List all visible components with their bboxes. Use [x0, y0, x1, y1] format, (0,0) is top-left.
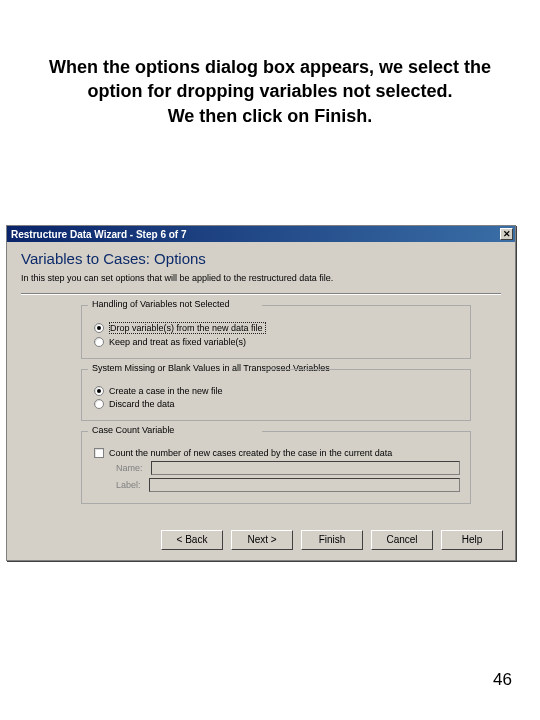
close-icon[interactable]: ✕	[500, 228, 513, 240]
radio-icon	[94, 337, 104, 347]
dialog-subtitle: In this step you can set options that wi…	[21, 273, 501, 283]
button-bar: < Back Next > Finish Cancel Help	[7, 524, 515, 560]
radio-icon	[94, 323, 104, 333]
group-label: System Missing or Blank Values in all Tr…	[89, 363, 333, 373]
group-variables-not-selected: Handling of Variables not Selected Drop …	[81, 305, 471, 359]
checkbox-icon	[94, 448, 104, 458]
cancel-button[interactable]: Cancel	[371, 530, 433, 550]
radio-icon	[94, 386, 104, 396]
divider	[21, 293, 501, 295]
radio-label: Create a case in the new file	[109, 386, 223, 396]
page-number: 46	[493, 670, 512, 690]
radio-create-case[interactable]: Create a case in the new file	[94, 386, 460, 396]
group-label: Case Count Variable	[89, 425, 177, 435]
radio-label: Discard the data	[109, 399, 175, 409]
options-dialog: Restructure Data Wizard - Step 6 of 7 ✕ …	[6, 225, 516, 561]
name-label: Name:	[116, 463, 143, 473]
name-field-row: Name:	[116, 461, 460, 475]
titlebar: Restructure Data Wizard - Step 6 of 7 ✕	[7, 226, 515, 242]
checkbox-label: Count the number of new cases created by…	[109, 448, 392, 458]
radio-label: Keep and treat as fixed variable(s)	[109, 337, 246, 347]
radio-drop-variables[interactable]: Drop variable(s) from the new data file	[94, 322, 460, 334]
next-button[interactable]: Next >	[231, 530, 293, 550]
radio-discard-data[interactable]: Discard the data	[94, 399, 460, 409]
caption-line: When the options dialog box appears, we …	[49, 57, 491, 77]
label-input	[149, 478, 460, 492]
checkbox-count-cases[interactable]: Count the number of new cases created by…	[94, 448, 460, 458]
finish-button[interactable]: Finish	[301, 530, 363, 550]
slide-caption: When the options dialog box appears, we …	[0, 55, 540, 128]
radio-keep-fixed[interactable]: Keep and treat as fixed variable(s)	[94, 337, 460, 347]
radio-label: Drop variable(s) from the new data file	[109, 322, 266, 334]
name-input	[151, 461, 460, 475]
label-label: Label:	[116, 480, 141, 490]
caption-line: We then click on Finish.	[168, 106, 373, 126]
group-missing-values: System Missing or Blank Values in all Tr…	[81, 369, 471, 421]
group-case-count: Case Count Variable Count the number of …	[81, 431, 471, 504]
help-button[interactable]: Help	[441, 530, 503, 550]
caption-line: option for dropping variables not select…	[87, 81, 452, 101]
label-field-row: Label:	[116, 478, 460, 492]
back-button[interactable]: < Back	[161, 530, 223, 550]
dialog-heading: Variables to Cases: Options	[21, 250, 501, 267]
radio-icon	[94, 399, 104, 409]
window-title: Restructure Data Wizard - Step 6 of 7	[11, 229, 187, 240]
group-label: Handling of Variables not Selected	[89, 299, 232, 309]
